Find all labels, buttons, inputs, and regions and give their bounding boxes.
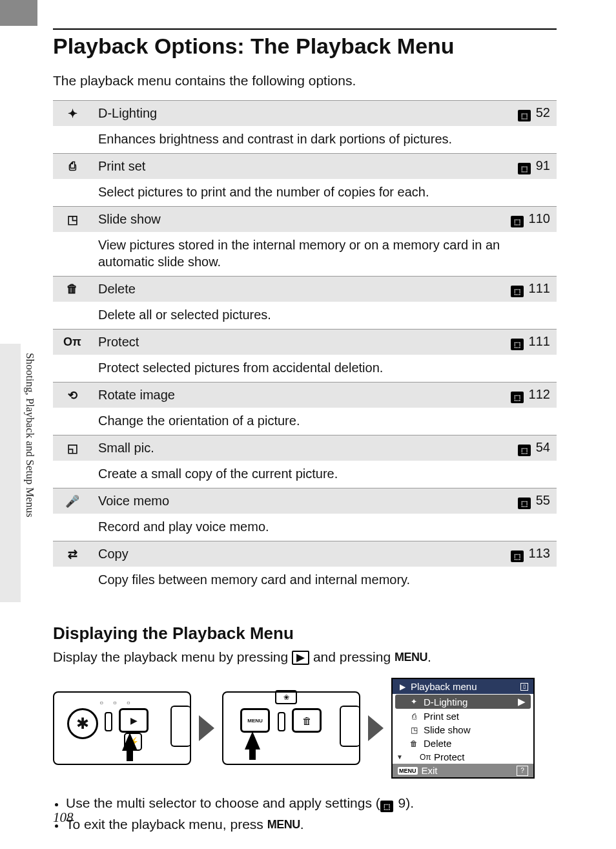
option-header-row: ◱Small pic.⬚ 54	[53, 435, 557, 461]
screen-item-label: Slide show	[424, 724, 471, 735]
option-page-ref: ⬚ 110	[492, 207, 557, 233]
diagram-row: ✱ ▶ ○ ○ ○ ⚡ MENU 🗑 ❀ ▶	[53, 678, 557, 779]
exit-text: Exit	[422, 765, 438, 776]
option-page-ref: ⬚ 54	[492, 435, 557, 461]
pageref-icon: ⬚	[511, 550, 524, 562]
option-desc: Copy files between memory card and inter…	[92, 567, 557, 594]
menu-word: MENU	[395, 651, 427, 664]
manual-page: Shooting, Playback and Setup Menus Playb…	[0, 0, 616, 849]
pageref-icon: ⬚	[380, 801, 393, 812]
asterisk-button-icon: ✱	[67, 708, 98, 739]
option-header-row: ✦D-Lighting⬚ 52	[53, 101, 557, 127]
screen-menu-item: OπProtect	[403, 750, 533, 764]
option-name: Rotate image	[92, 383, 492, 408]
arrow-right-icon	[199, 715, 214, 741]
scroll-arrow-icon: ▼	[396, 753, 403, 760]
voicememo-icon: 🎤	[53, 488, 92, 514]
screen-menu-item: ⎙Print set	[393, 709, 533, 723]
screen-item-label: Print set	[424, 711, 459, 722]
note-item: To exit the playback menu, press MENU.	[66, 814, 557, 835]
option-page-ref: ⬚ 112	[492, 383, 557, 408]
screen-item-icon: ◳	[409, 726, 418, 735]
intro-text: The playback menu contains the following…	[53, 73, 557, 89]
section-side-label: Shooting, Playback and Setup Menus	[23, 353, 36, 518]
smallpic-icon: ◱	[53, 435, 92, 461]
options-table: ✦D-Lighting⬚ 52Enhances brightness and c…	[53, 100, 557, 594]
option-page-ref: ⬚ 52	[492, 101, 557, 127]
arrow-up-icon	[122, 733, 138, 751]
battery-icon: ▯	[520, 683, 528, 691]
screen-item-icon: ⎙	[409, 712, 418, 721]
option-header-row: ⎙Print set⬚ 91	[53, 154, 557, 180]
pageref-icon: ⬚	[511, 339, 524, 350]
option-desc: Enhances brightness and contrast in dark…	[92, 126, 557, 154]
screen-item-icon: ✦	[409, 697, 418, 706]
rotate-icon: ⟲	[53, 383, 92, 408]
menu-badge-icon: MENU	[398, 767, 418, 775]
arrow-up-icon	[245, 731, 260, 749]
option-desc-row: Copy files between memory card and inter…	[53, 567, 557, 594]
option-name: D-Lighting	[92, 101, 492, 127]
option-desc: Select pictures to print and the number …	[92, 179, 557, 207]
pageref-icon: ⬚	[511, 392, 524, 403]
option-desc: Delete all or selected pictures.	[92, 302, 557, 330]
option-header-row: ⟲Rotate image⬚ 112	[53, 383, 557, 408]
screen-menu-item: ◳Slide show	[393, 723, 533, 737]
delete-icon: 🗑	[53, 277, 92, 302]
side-shape-icon	[340, 706, 360, 747]
corner-band	[0, 0, 37, 26]
content-area: Playback Options: The Playback Menu The …	[53, 28, 557, 835]
option-name: Print set	[92, 154, 492, 180]
option-desc-row: Change the orientation of a picture.	[53, 408, 557, 435]
option-header-row: ⇄Copy⬚ 113	[53, 541, 557, 567]
option-desc-row: Create a small copy of the current pictu…	[53, 461, 557, 488]
note-item: Use the multi selector to choose and app…	[66, 793, 557, 814]
menu-word: MENU	[267, 818, 300, 831]
pageref-icon: ⬚	[518, 163, 531, 174]
option-page-ref: ⬚ 55	[492, 488, 557, 514]
dlighting-icon: ✦	[53, 101, 92, 127]
option-desc-row: Protect selected pictures from accidenta…	[53, 355, 557, 383]
screen-item-icon: 🗑	[409, 739, 418, 748]
option-desc: Protect selected pictures from accidenta…	[92, 355, 557, 383]
notes-list: Use the multi selector to choose and app…	[53, 793, 557, 835]
sub-title: Displaying the Playback Menu	[53, 624, 557, 644]
protect-icon: Oπ	[53, 330, 92, 355]
option-name: Voice memo	[92, 488, 492, 514]
option-header-row: 🎤Voice memo⬚ 55	[53, 488, 557, 514]
pageref-icon: ⬚	[518, 110, 531, 121]
option-name: Delete	[92, 277, 492, 302]
option-header-row: ◳Slide show⬚ 110	[53, 207, 557, 233]
option-desc-row: Delete all or selected pictures.	[53, 302, 557, 330]
option-page-ref: ⬚ 111	[492, 277, 557, 302]
screen-exit-bar: MENU Exit ?	[393, 764, 533, 777]
option-name: Slide show	[92, 207, 492, 233]
screen-item-label: D-Lighting	[424, 697, 467, 708]
instr-pre: Display the playback menu by pressing	[53, 649, 292, 664]
pageref-icon: ⬚	[511, 286, 524, 297]
chevron-right-icon: ▶	[518, 696, 526, 708]
page-number: 108	[53, 810, 74, 826]
option-desc-row: Select pictures to print and the number …	[53, 179, 557, 207]
instr-mid: and pressing	[313, 649, 395, 664]
camera-back-menu: MENU 🗑 ❀	[222, 691, 360, 765]
option-page-ref: ⬚ 113	[492, 541, 557, 567]
play-icon: ▶	[398, 682, 407, 691]
screen-item-label: Protect	[434, 751, 465, 762]
arrow-right-icon	[368, 715, 384, 741]
pageref-icon: ⬚	[511, 216, 524, 227]
screen-item-label: Delete	[424, 738, 451, 749]
option-desc: Create a small copy of the current pictu…	[92, 461, 557, 488]
screen-menu-item: ✦D-Lighting▶	[395, 695, 531, 709]
title-rule	[53, 28, 557, 30]
menu-button-camera-icon: MENU	[240, 708, 270, 733]
copy-icon: ⇄	[53, 541, 92, 567]
screen-menu-item: 🗑Delete	[393, 737, 533, 750]
lcd-screen: ▶ Playback menu ▯ ✦D-Lighting▶⎙Print set…	[391, 678, 535, 779]
side-shape-icon	[170, 706, 191, 747]
option-desc-row: Record and play voice memo.	[53, 514, 557, 541]
option-desc-row: Enhances brightness and contrast in dark…	[53, 126, 557, 154]
flower-button-icon: ❀	[275, 690, 297, 704]
option-name: Protect	[92, 330, 492, 355]
slideshow-icon: ◳	[53, 207, 92, 233]
